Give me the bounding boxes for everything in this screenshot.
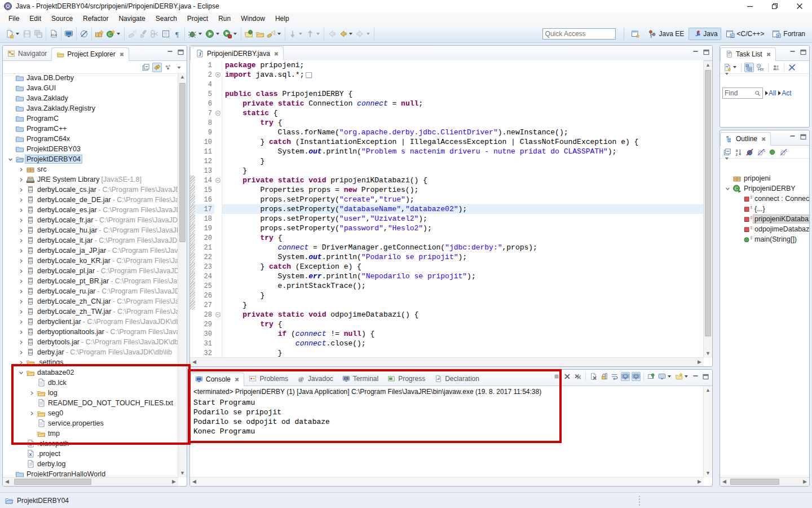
chevron-right-icon[interactable] [17,349,25,356]
chevron-down-icon[interactable] [17,369,25,376]
menu-search[interactable]: Search [151,13,182,24]
last-edit-button[interactable] [326,28,337,40]
task-list-focus-workweek-button[interactable] [771,63,781,72]
console-vertical-scrollbar[interactable]: ▲ ▼ [703,386,712,478]
console-tab-terminal[interactable]: >_Terminal [338,373,383,386]
project-item-seg0[interactable]: seg0 [3,408,178,418]
minimize-view-button[interactable] [691,373,700,381]
explorer-link-editor-button[interactable] [152,63,162,72]
code-line-25[interactable]: 25 e.printStackTrace(); [190,281,704,291]
new-task-dropdown-arrow[interactable] [733,66,736,68]
project-item-programc64x[interactable]: ProgramC64x [3,134,178,144]
maximize-view-icon[interactable] [800,133,807,141]
code-line-19[interactable]: 19 props.setProperty("password","Heslo2"… [190,224,704,233]
code-line-28[interactable]: 28− private static void odpojimeDatabazi… [190,310,704,319]
clear-console-button[interactable] [589,372,598,381]
chevron-right-icon[interactable] [17,207,25,214]
outline-sort-alpha-button[interactable]: az [734,147,743,157]
code-line-31[interactable]: 31 connect.close(); [190,339,704,348]
code-line-8[interactable]: 8 try { [190,118,704,128]
prev-annotation-button[interactable] [304,28,322,40]
code-line-2[interactable]: 2+import java.sql.*; [190,70,704,80]
chevron-right-icon[interactable] [17,237,25,244]
project-item-readme-do-not-touch-files-txt[interactable]: README_DO_NOT_TOUCH_FILES.txt [3,398,178,408]
scroll-right-arrow[interactable]: ▶ [695,478,704,486]
remove-all-launches-button[interactable] [573,372,582,381]
chevron-right-icon[interactable] [17,298,25,305]
perspective-fortran-button[interactable]: FFortran [769,28,809,40]
fold-toggle[interactable]: − [215,178,220,183]
outline-horizontal-scrollbar[interactable]: ◀ ▶ [720,477,809,486]
skip-breakpoints-button[interactable] [78,28,90,40]
code-line-21[interactable]: 21 connect = DriverManager.getConnection… [190,243,704,252]
fold-minus-icon[interactable]: − [214,310,222,319]
project-item-db-lck[interactable]: db.lck [3,378,178,388]
code-line-10[interactable]: 10 } catch (InstantiationException | Ill… [190,137,704,147]
editor-vertical-scrollbar[interactable]: ▲ ▼ [703,61,712,358]
code-line-29[interactable]: 29 try { [190,319,704,329]
project-item-derbyoptionaltools-jar[interactable]: 010derbyoptionaltools.jar - C:\Program F… [3,327,178,337]
scroll-left-arrow[interactable]: ◀ [190,478,198,486]
console-tab-javadoc[interactable]: @Javadoc [293,373,338,386]
find-input[interactable]: Find [722,87,763,99]
next-annotation-dropdown-arrow[interactable] [299,33,302,35]
project-item-derbylocale-ja-jp-jar[interactable]: 010derbyLocale_ja_JP.jar - C:\Program Fi… [3,246,178,256]
menu-navigate[interactable]: Navigate [113,13,150,24]
project-item--classpath[interactable]: X.classpath [3,439,178,449]
project-item-tmp[interactable]: tmp [3,428,178,439]
scroll-lock-button[interactable] [599,372,608,381]
code-line-7[interactable]: 7− static { [190,108,704,118]
display-console-button[interactable] [657,372,673,381]
perspective-open-perspective-button[interactable] [628,28,643,40]
scroll-right-arrow[interactable]: ▶ [695,358,704,366]
folded-region-icon[interactable] [306,72,312,78]
scroll-down-arrow[interactable]: ▼ [704,349,712,358]
menu-refactor[interactable]: Refactor [78,13,113,24]
chevron-right-icon[interactable] [17,268,25,275]
debug-button[interactable] [187,28,204,40]
chevron-right-icon[interactable] [17,196,25,204]
code-line-4[interactable]: 4 [190,80,704,89]
menu-source[interactable]: Source [46,13,78,24]
code-line-22[interactable]: 22 System.out.println("Podarilo se pripo… [190,252,704,262]
chevron-right-icon[interactable] [17,288,25,295]
minimize-view-icon[interactable] [789,49,796,56]
show-stdout-button[interactable] [621,372,630,381]
remove-launch-button[interactable] [563,372,572,381]
code-line-27[interactable]: 27 } [190,300,704,310]
code-line-24[interactable]: 24 System.err.println("Nepodarilo se pri… [190,271,704,281]
code-line-6[interactable]: 6 private static Connection connect = nu… [190,99,704,108]
perspective-java-button[interactable]: JJava [689,28,721,40]
scroll-right-arrow[interactable]: ▶ [170,478,178,486]
project-item-derbylocale-ru-jar[interactable]: 010derbyLocale_ru.jar - C:\Program Files… [3,286,178,296]
new-class-dropdown-arrow[interactable] [117,33,120,35]
scroll-up-arrow[interactable]: ▲ [704,61,712,69]
code-line-13[interactable]: 13 } [190,166,704,176]
forward-button[interactable] [355,28,372,40]
restore-window-button[interactable] [762,0,787,12]
code-line-9[interactable]: 9 Class.forName("org.apache.derby.jdbc.C… [190,128,704,137]
binary-literals-button[interactable]: 010 [48,28,59,40]
scroll-up-arrow[interactable]: ▲ [178,73,187,81]
chevron-right-icon[interactable] [17,176,25,183]
code-line-23[interactable]: 23 } catch (Exception e) { [190,262,704,271]
console-tab-declaration[interactable]: Declaration [430,373,484,386]
scroll-down-arrow[interactable]: ▼ [704,469,712,478]
project-item-derbylocale-zh-tw-jar[interactable]: 010derbyLocale_zh_TW.jar - C:\Program Fi… [3,306,178,317]
outline-item-pripojeni[interactable]: pripojeni [720,173,809,183]
maximize-view-button[interactable] [701,373,710,381]
close-tab-icon[interactable]: ✖ [766,51,771,58]
project-item-derbylocale-it-jar[interactable]: 010derbyLocale_it.jar - C:\Program Files… [3,235,178,246]
minimize-window-button[interactable] [738,0,762,12]
code-line-26[interactable]: 26 } [190,291,704,300]
chevron-right-icon[interactable] [17,217,25,224]
project-item-service-properties[interactable]: service.properties [3,418,178,428]
project-item-log[interactable]: log [3,388,178,398]
scroll-up-arrow[interactable]: ▲ [704,386,712,395]
console-horizontal-scrollbar[interactable]: ◀ ▶ [190,477,704,486]
minimize-view-icon[interactable] [692,49,699,56]
project-item-derbylocale-hu-jar[interactable]: 010derbyLocale_hu.jar - C:\Program Files… [3,225,178,235]
chevron-down-icon[interactable] [6,156,15,163]
close-tab-icon[interactable]: ✖ [120,51,124,58]
close-tab-icon[interactable]: ✖ [274,51,279,57]
